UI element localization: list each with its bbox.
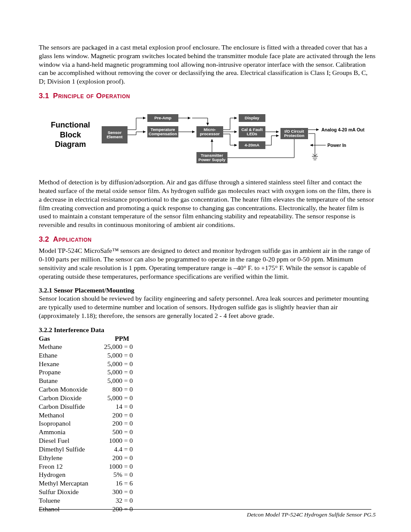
cell-value: 14 bbox=[99, 402, 122, 411]
cell-equals: = 0 bbox=[122, 496, 141, 505]
cell-gas: Isopropanol bbox=[39, 419, 99, 428]
table-row: Isopropanol200= 0 bbox=[39, 419, 376, 428]
cell-gas: Carbon Disulfide bbox=[39, 402, 99, 411]
method-paragraph: Method of detection is by diffusion/adso… bbox=[39, 178, 376, 229]
cell-value: 200 bbox=[99, 419, 122, 428]
cell-equals: = 0 bbox=[122, 488, 141, 496]
cell-equals: = 6 bbox=[122, 479, 141, 488]
table-row: Ethane5,000= 0 bbox=[39, 351, 376, 360]
table-row: Freon 121000= 0 bbox=[39, 462, 376, 471]
table-row: Methane25,000= 0 bbox=[39, 342, 376, 351]
table-row: Ethylene200= 0 bbox=[39, 454, 376, 462]
cell-value: 25,000 bbox=[99, 342, 122, 351]
cell-equals: = 0 bbox=[122, 351, 141, 360]
header-gas: Gas bbox=[39, 335, 99, 342]
section-title: Principle of Operation bbox=[53, 92, 130, 100]
cell-value: 5,000 bbox=[99, 394, 122, 402]
cell-equals: = 0 bbox=[122, 394, 141, 402]
cell-value: 500 bbox=[99, 428, 122, 436]
cell-value: 5,000 bbox=[99, 376, 122, 385]
cell-gas: Methanol bbox=[39, 411, 99, 420]
interference-table: Gas PPM Methane25,000= 0Ethane5,000= 0He… bbox=[39, 335, 376, 513]
cell-value: 1000 bbox=[99, 462, 122, 471]
cell-value: 4.4 bbox=[99, 445, 122, 454]
cell-gas: Hexane bbox=[39, 360, 99, 368]
cell-gas: Carbon Dioxide bbox=[39, 394, 99, 402]
cell-equals: = 0 bbox=[122, 428, 141, 436]
section-3-2-heading: 3.2 Application bbox=[39, 235, 376, 244]
table-row: Carbon Dioxide5,000= 0 bbox=[39, 394, 376, 402]
table-row: Methanol200= 0 bbox=[39, 411, 376, 420]
cell-equals: = 0 bbox=[122, 411, 141, 420]
cell-equals: = 0 bbox=[122, 376, 141, 385]
cell-equals: = 0 bbox=[122, 470, 141, 479]
cell-gas: Dimethyl Sulfide bbox=[39, 445, 99, 454]
footer-rule bbox=[39, 509, 371, 510]
cell-gas: Diesel Fuel bbox=[39, 436, 99, 445]
cell-value: 1000 bbox=[99, 436, 122, 445]
cell-value: 200 bbox=[99, 411, 122, 420]
table-row: Methyl Mercaptan16= 6 bbox=[39, 479, 376, 488]
cell-gas: Sulfur Dioxide bbox=[39, 488, 99, 496]
table-row: Carbon Disulfide14= 0 bbox=[39, 402, 376, 411]
table-row: Hexane5,000= 0 bbox=[39, 360, 376, 368]
header-ppm: PPM bbox=[99, 335, 129, 342]
placement-paragraph: Sensor location should be reviewed by fa… bbox=[39, 294, 376, 320]
cell-gas: Butane bbox=[39, 376, 99, 385]
cell-equals: = 0 bbox=[122, 342, 141, 351]
table-row: Sulfur Dioxide300= 0 bbox=[39, 488, 376, 496]
cell-value: 300 bbox=[99, 488, 122, 496]
table-row: Propane5,000= 0 bbox=[39, 368, 376, 376]
cell-value: 5,000 bbox=[99, 368, 122, 376]
cell-equals: = 0 bbox=[122, 445, 141, 454]
cell-gas: Freon 12 bbox=[39, 462, 99, 471]
table-row: Diesel Fuel1000= 0 bbox=[39, 436, 376, 445]
table-row: Dimethyl Sulfide4.4= 0 bbox=[39, 445, 376, 454]
cell-gas: Methyl Mercaptan bbox=[39, 479, 99, 488]
table-row: Hydrogen5%= 0 bbox=[39, 470, 376, 479]
intro-paragraph: The sensors are packaged in a cast metal… bbox=[39, 43, 376, 86]
subsection-3-2-2-heading: 3.2.2 Interference Data bbox=[39, 326, 376, 334]
cell-equals: = 0 bbox=[122, 402, 141, 411]
cell-value: 16 bbox=[99, 479, 122, 488]
cell-value: 5,000 bbox=[99, 360, 122, 368]
cell-equals: = 0 bbox=[122, 462, 141, 471]
functional-block-diagram: Functional Block Diagram Sensor Element … bbox=[46, 105, 369, 172]
cell-value: 5% bbox=[99, 470, 122, 479]
table-header-row: Gas PPM bbox=[39, 335, 376, 342]
cell-gas: Ethylene bbox=[39, 454, 99, 462]
table-row: Toluene32= 0 bbox=[39, 496, 376, 505]
table-row: Butane5,000= 0 bbox=[39, 376, 376, 385]
cell-gas: Ammonia bbox=[39, 428, 99, 436]
section-3-1-heading: 3.1 Principle of Operation bbox=[39, 92, 376, 100]
cell-gas: Carbon Monoxide bbox=[39, 385, 99, 394]
cell-equals: = 0 bbox=[122, 419, 141, 428]
footer-text: Detcon Model TP-524C Hydrogen Sulfide Se… bbox=[39, 511, 376, 518]
cell-value: 32 bbox=[99, 496, 122, 505]
cell-gas: Hydrogen bbox=[39, 470, 99, 479]
cell-equals: = 0 bbox=[122, 368, 141, 376]
cell-gas: Methane bbox=[39, 342, 99, 351]
cell-equals: = 0 bbox=[122, 454, 141, 462]
cell-gas: Toluene bbox=[39, 496, 99, 505]
cell-gas: Ethane bbox=[39, 351, 99, 360]
table-row: Ammonia500= 0 bbox=[39, 428, 376, 436]
cell-gas: Propane bbox=[39, 368, 99, 376]
cell-value: 800 bbox=[99, 385, 122, 394]
section-number: 3.2 bbox=[39, 235, 49, 243]
cell-equals: = 0 bbox=[122, 436, 141, 445]
subsection-3-2-1-heading: 3.2.1 Sensor Placement/Mounting bbox=[39, 286, 376, 294]
section-title: Application bbox=[53, 235, 92, 243]
cell-equals: = 0 bbox=[122, 385, 141, 394]
diagram-arrows bbox=[46, 105, 369, 172]
section-number: 3.1 bbox=[39, 92, 49, 100]
cell-value: 200 bbox=[99, 454, 122, 462]
cell-equals: = 0 bbox=[122, 360, 141, 368]
cell-value: 5,000 bbox=[99, 351, 122, 360]
application-paragraph: Model TP-524C MicroSafe™ sensors are des… bbox=[39, 246, 376, 280]
table-row: Carbon Monoxide800= 0 bbox=[39, 385, 376, 394]
